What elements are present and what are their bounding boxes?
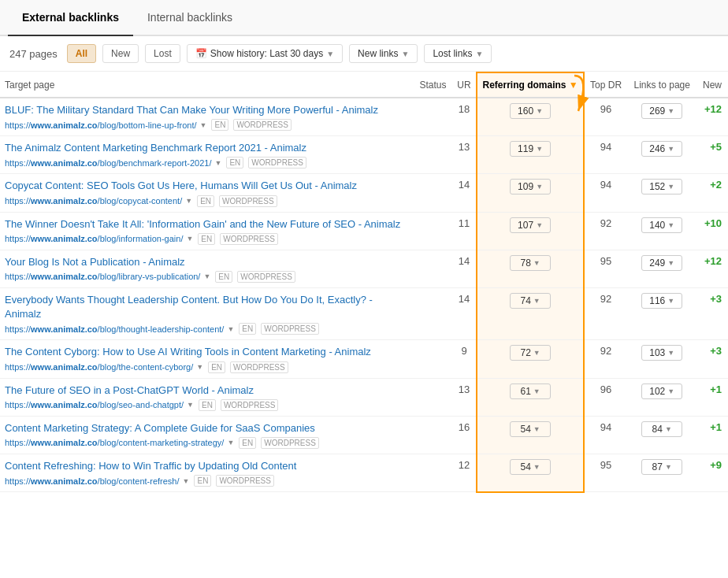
history-dropdown[interactable]: 📅 Show history: Last 30 days ▼ bbox=[187, 44, 343, 63]
lang-tag: EN bbox=[226, 157, 243, 169]
new-col-cell: +9 bbox=[696, 454, 728, 491]
top-dr-cell: 95 bbox=[584, 250, 628, 287]
col-new[interactable]: New bbox=[696, 72, 728, 98]
links-value[interactable]: 152 ▼ bbox=[641, 179, 682, 195]
page-url: https://www.animalz.co/blog/content-mark… bbox=[5, 437, 409, 449]
links-value[interactable]: 140 ▼ bbox=[641, 217, 682, 233]
new-value: +9 bbox=[710, 459, 722, 471]
links-value[interactable]: 249 ▼ bbox=[641, 255, 682, 271]
cms-tag: WORDPRESS bbox=[221, 399, 279, 411]
page-title-link[interactable]: The Future of SEO in a Post-ChatGPT Worl… bbox=[5, 383, 409, 398]
col-links-to-page[interactable]: Links to page bbox=[627, 72, 696, 98]
ref-domains-value[interactable]: 61 ▼ bbox=[510, 383, 551, 399]
page-title-link[interactable]: The Content Cyborg: How to Use AI Writin… bbox=[5, 345, 409, 359]
ref-domains-value[interactable]: 54 ▼ bbox=[510, 421, 551, 437]
links-value[interactable]: 102 ▼ bbox=[641, 383, 682, 399]
lang-tag: EN bbox=[197, 195, 214, 207]
lost-links-dropdown[interactable]: Lost links ▼ bbox=[424, 44, 492, 63]
chevron-down-icon: ▼ bbox=[401, 50, 409, 58]
col-ur[interactable]: UR bbox=[452, 72, 477, 98]
filter-new[interactable]: New bbox=[102, 44, 139, 63]
links-value[interactable]: 87 ▼ bbox=[641, 459, 682, 475]
new-value: +12 bbox=[704, 103, 722, 115]
chevron-icon: ▼ bbox=[667, 349, 674, 357]
target-cell: Content Refreshing: How to Win Traffic b… bbox=[0, 454, 414, 491]
page-title-link[interactable]: Content Refreshing: How to Win Traffic b… bbox=[5, 459, 409, 473]
filter-lost[interactable]: Lost bbox=[145, 44, 180, 63]
page-title-link[interactable]: The Animalz Content Marketing Benchmark … bbox=[5, 141, 409, 155]
ref-domains-value[interactable]: 107 ▼ bbox=[510, 217, 551, 233]
tabs-bar: External backlinks Internal backlinks bbox=[0, 0, 728, 36]
table-row: Content Refreshing: How to Win Traffic b… bbox=[0, 454, 728, 491]
col-target-page[interactable]: Target page bbox=[0, 72, 414, 98]
links-cell: 269 ▼ bbox=[627, 98, 696, 136]
links-value[interactable]: 269 ▼ bbox=[641, 103, 682, 119]
new-value: +10 bbox=[704, 217, 722, 229]
ref-domains-value[interactable]: 160 ▼ bbox=[510, 103, 551, 119]
cms-tag: WORDPRESS bbox=[237, 271, 295, 283]
links-value[interactable]: 246 ▼ bbox=[641, 141, 682, 157]
page-title-link[interactable]: BLUF: The Military Standard That Can Mak… bbox=[5, 103, 409, 117]
top-dr-cell: 94 bbox=[584, 416, 628, 454]
ur-cell: 9 bbox=[452, 340, 477, 378]
top-dr-cell: 95 bbox=[584, 454, 628, 491]
ref-domains-value[interactable]: 74 ▼ bbox=[510, 293, 551, 309]
ref-domains-value[interactable]: 119 ▼ bbox=[510, 141, 551, 157]
page-title-link[interactable]: The Winner Doesn't Take It All: 'Informa… bbox=[5, 217, 409, 232]
sort-icon: ▼ bbox=[569, 80, 578, 91]
lang-tag: EN bbox=[194, 475, 211, 487]
dropdown-arrow: ▼ bbox=[186, 235, 193, 243]
new-links-dropdown[interactable]: New links ▼ bbox=[349, 44, 418, 63]
ref-domains-cell: 160 ▼ bbox=[477, 98, 583, 136]
links-value[interactable]: 84 ▼ bbox=[641, 421, 682, 437]
links-cell: 140 ▼ bbox=[627, 212, 696, 250]
status-cell bbox=[414, 287, 451, 339]
dropdown-arrow: ▼ bbox=[196, 363, 203, 371]
ur-cell: 13 bbox=[452, 136, 477, 174]
links-cell: 87 ▼ bbox=[627, 454, 696, 491]
ref-domains-cell: 74 ▼ bbox=[477, 287, 583, 339]
ref-domains-value[interactable]: 72 ▼ bbox=[510, 345, 551, 361]
lang-tag: EN bbox=[208, 361, 225, 373]
links-value[interactable]: 116 ▼ bbox=[641, 293, 682, 309]
chevron-icon: ▼ bbox=[533, 463, 540, 471]
new-col-cell: +1 bbox=[696, 378, 728, 416]
ref-domains-value[interactable]: 109 ▼ bbox=[510, 179, 551, 195]
ref-domains-value[interactable]: 78 ▼ bbox=[510, 255, 551, 271]
filter-all[interactable]: All bbox=[67, 44, 96, 63]
cms-tag: WORDPRESS bbox=[230, 361, 288, 373]
new-col-cell: +5 bbox=[696, 136, 728, 174]
target-cell: Everybody Wants Thought Leadership Conte… bbox=[0, 287, 414, 339]
dropdown-arrow: ▼ bbox=[185, 197, 192, 205]
ref-domains-cell: 107 ▼ bbox=[477, 212, 583, 250]
page-url: https://www.animalz.co/blog/content-refr… bbox=[5, 475, 409, 487]
page-url: https://www.animalz.co/blog/benchmark-re… bbox=[5, 157, 409, 169]
page-title-link[interactable]: Your Blog Is Not a Publication - Animalz bbox=[5, 255, 409, 269]
ur-cell: 12 bbox=[452, 454, 477, 491]
col-top-dr[interactable]: Top DR bbox=[584, 72, 628, 98]
ur-cell: 11 bbox=[452, 212, 477, 250]
target-cell: The Winner Doesn't Take It All: 'Informa… bbox=[0, 212, 414, 250]
col-referring-domains[interactable]: Referring domains ▼ bbox=[477, 72, 583, 98]
table-row: Content Marketing Strategy: A Complete G… bbox=[0, 416, 728, 454]
page-title-link[interactable]: Copycat Content: SEO Tools Got Us Here, … bbox=[5, 179, 409, 193]
links-cell: 249 ▼ bbox=[627, 250, 696, 287]
chevron-icon: ▼ bbox=[667, 145, 674, 153]
page-title-link[interactable]: Everybody Wants Thought Leadership Conte… bbox=[5, 293, 409, 321]
target-cell: The Animalz Content Marketing Benchmark … bbox=[0, 136, 414, 174]
tab-external-backlinks[interactable]: External backlinks bbox=[8, 0, 133, 36]
new-value: +5 bbox=[710, 141, 722, 153]
page-title-link[interactable]: Content Marketing Strategy: A Complete G… bbox=[5, 421, 409, 435]
new-value: +1 bbox=[710, 383, 722, 395]
chevron-down-icon: ▼ bbox=[326, 50, 334, 58]
tab-internal-backlinks[interactable]: Internal backlinks bbox=[133, 0, 247, 36]
table-row: Your Blog Is Not a Publication - Animalz… bbox=[0, 250, 728, 287]
col-status[interactable]: Status bbox=[414, 72, 451, 98]
links-value[interactable]: 103 ▼ bbox=[641, 345, 682, 361]
dropdown-arrow: ▼ bbox=[183, 477, 190, 485]
ref-domains-cell: 109 ▼ bbox=[477, 174, 583, 212]
page-url: https://www.animalz.co/blog/thought-lead… bbox=[5, 323, 409, 335]
dropdown-arrow: ▼ bbox=[187, 401, 194, 409]
ref-domains-value[interactable]: 54 ▼ bbox=[510, 459, 551, 475]
ref-domains-cell: 119 ▼ bbox=[477, 136, 583, 174]
